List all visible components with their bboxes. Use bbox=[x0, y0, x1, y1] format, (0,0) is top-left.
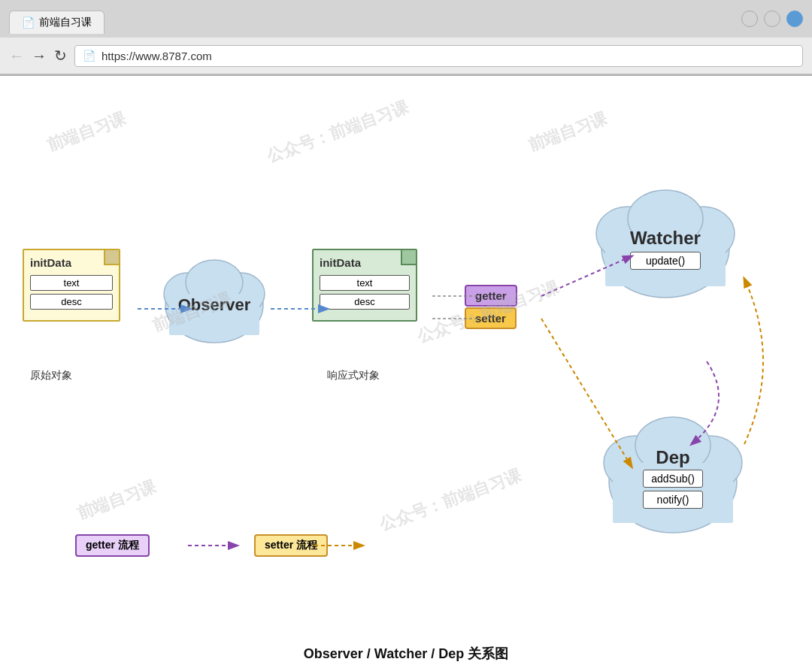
back-button[interactable]: ← bbox=[9, 48, 24, 63]
original-doc-field-text: text bbox=[30, 275, 113, 291]
watcher-update-method: update() bbox=[630, 252, 701, 270]
watcher-label: Watcher bbox=[630, 228, 701, 249]
address-bar[interactable]: 📄 https://www.8787.com bbox=[74, 45, 803, 67]
dep-notify-method: notify() bbox=[643, 491, 703, 509]
reactive-doc-label: 响应式对象 bbox=[327, 369, 380, 382]
original-doc: initData text desc bbox=[23, 249, 120, 322]
dep-cloud: Dep addSub() notify() bbox=[601, 414, 744, 542]
tab-label: 前端自习课 bbox=[39, 16, 92, 29]
getter-badge: getter bbox=[465, 285, 517, 307]
setter-legend: setter 流程 bbox=[254, 534, 328, 557]
reactive-doc-field-text: text bbox=[320, 275, 410, 291]
wm1: 前端自习课 bbox=[44, 107, 129, 157]
page-icon: 📄 bbox=[83, 50, 95, 62]
url-text: https://www.8787.com bbox=[102, 50, 212, 62]
reactive-doc: initData text desc bbox=[312, 249, 417, 322]
reactive-doc-field-desc: desc bbox=[320, 294, 410, 310]
window-close-btn[interactable] bbox=[786, 11, 803, 27]
main-content: 前端自习课 公众号：前端自习课 前端自习课 前端自习课 公众号：前端自习课 前端… bbox=[0, 76, 812, 668]
window-controls bbox=[741, 11, 803, 33]
nav-bar: ← → ↻ 📄 https://www.8787.com bbox=[0, 38, 812, 75]
watermark: 前端自习课 公众号：前端自习课 前端自习课 前端自习课 公众号：前端自习课 前端… bbox=[0, 76, 812, 668]
watcher-cloud: Watcher update() bbox=[594, 189, 737, 309]
observer-cloud: Observer bbox=[158, 256, 271, 354]
diagram-title: Observer / Watcher / Dep 关系图 bbox=[304, 645, 508, 663]
getter-legend: getter 流程 bbox=[75, 534, 150, 557]
wm6: 前端自习课 bbox=[74, 476, 159, 525]
arrows-svg bbox=[0, 76, 812, 668]
forward-button[interactable]: → bbox=[32, 48, 47, 63]
observer-label: Observer bbox=[178, 295, 251, 315]
wm2: 公众号：前端自习课 bbox=[264, 96, 411, 168]
reload-button[interactable]: ↻ bbox=[54, 48, 67, 63]
wm3: 前端自习课 bbox=[525, 107, 611, 157]
window-maximize-btn[interactable] bbox=[764, 11, 780, 27]
tab-icon: 📄 bbox=[22, 17, 35, 29]
window-minimize-btn[interactable] bbox=[741, 11, 758, 27]
tab-bar: 📄 前端自习课 bbox=[0, 0, 812, 38]
browser-tab[interactable]: 📄 前端自习课 bbox=[9, 11, 105, 34]
browser-chrome: 📄 前端自习课 ← → ↻ 📄 https://www.8787.com bbox=[0, 0, 812, 76]
reactive-doc-title: initData bbox=[314, 250, 416, 272]
original-doc-field-desc: desc bbox=[30, 294, 113, 310]
original-doc-label: 原始对象 bbox=[30, 369, 72, 382]
dep-label: Dep bbox=[643, 447, 703, 468]
wm7: 公众号：前端自习课 bbox=[377, 464, 524, 537]
original-doc-title: initData bbox=[24, 250, 119, 272]
dep-addsub-method: addSub() bbox=[643, 470, 703, 488]
setter-badge: setter bbox=[465, 307, 517, 329]
